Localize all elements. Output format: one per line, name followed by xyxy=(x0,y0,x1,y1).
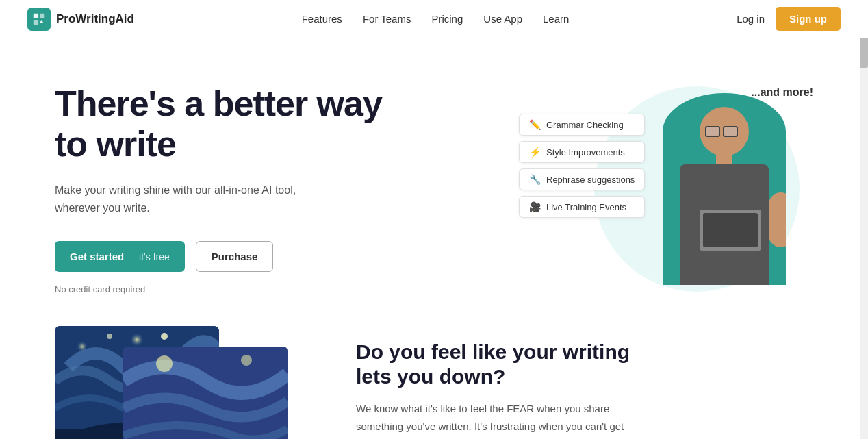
svg-point-4 xyxy=(77,341,88,352)
navbar: ProWritingAid Features For Teams Pricing… xyxy=(0,0,868,38)
svg-point-8 xyxy=(107,334,112,339)
hero-buttons: Get started— it's free Purchase xyxy=(55,241,383,272)
section2-image: My idea in my head xyxy=(55,326,301,439)
hero-section: There's a better way to write Make your … xyxy=(0,38,868,326)
get-started-button[interactable]: Get started— it's free xyxy=(55,241,185,272)
brand[interactable]: ProWritingAid xyxy=(27,8,134,31)
rephrase-label: Rephrase suggestions xyxy=(546,175,635,185)
style-icon: ⚡ xyxy=(529,147,541,158)
painting-composite: My idea in my head xyxy=(55,326,301,439)
svg-point-5 xyxy=(130,333,144,347)
feature-pill-grammar: ✏️ Grammar Checking xyxy=(519,114,645,136)
person-illustration xyxy=(656,93,793,285)
svg-rect-0 xyxy=(34,13,38,18)
training-icon: 🎥 xyxy=(529,201,541,212)
hero-illustration: ...and more! xyxy=(519,79,813,299)
feature-pill-style: ⚡ Style Improvements xyxy=(519,141,645,163)
nav-actions: Log in Sign up xyxy=(737,7,841,31)
brand-name: ProWritingAid xyxy=(56,12,134,26)
rephrase-icon: 🔧 xyxy=(529,174,541,185)
scrollbar-track[interactable] xyxy=(860,0,868,439)
person-arm-right xyxy=(769,192,786,247)
hero-left: There's a better way to write Make your … xyxy=(55,84,383,295)
grammar-label: Grammar Checking xyxy=(546,120,624,130)
nav-item-use-app[interactable]: Use App xyxy=(483,13,522,25)
feature-pills: ✏️ Grammar Checking ⚡ Style Improvements… xyxy=(519,114,645,218)
svg-rect-2 xyxy=(34,19,38,24)
logo-icon xyxy=(27,8,51,31)
starry-night-overlay xyxy=(123,347,288,439)
feature-pill-rephrase: 🔧 Rephrase suggestions xyxy=(519,168,645,190)
svg-rect-1 xyxy=(40,13,44,18)
nav-item-learn[interactable]: Learn xyxy=(543,13,569,25)
hero-title: There's a better way to write xyxy=(55,84,383,166)
nav-link-learn[interactable]: Learn xyxy=(543,13,569,25)
purchase-button[interactable]: Purchase xyxy=(196,241,274,272)
section2: My idea in my head Do you feel like your… xyxy=(0,326,868,439)
nav-link-features[interactable]: Features xyxy=(302,13,342,25)
grammar-icon: ✏️ xyxy=(529,119,541,130)
nav-links: Features For Teams Pricing Use App Learn xyxy=(302,13,570,25)
section2-body: We know what it's like to feel the FEAR … xyxy=(356,400,643,439)
signup-button[interactable]: Sign up xyxy=(776,7,841,31)
svg-point-12 xyxy=(156,355,173,372)
section2-title: Do you feel like your writing lets you d… xyxy=(356,340,643,389)
svg-point-13 xyxy=(241,355,252,366)
nav-item-for-teams[interactable]: For Teams xyxy=(363,13,411,25)
person-teal-bg xyxy=(663,93,786,285)
login-link[interactable]: Log in xyxy=(737,13,765,25)
person-laptop xyxy=(700,210,761,251)
hero-subtitle: Make your writing shine with our all-in-… xyxy=(55,181,329,216)
nav-item-pricing[interactable]: Pricing xyxy=(431,13,463,25)
no-credit-text: No credit card required xyxy=(55,284,383,294)
nav-item-features[interactable]: Features xyxy=(302,13,342,25)
nav-link-for-teams[interactable]: For Teams xyxy=(363,13,411,25)
nav-link-pricing[interactable]: Pricing xyxy=(431,13,463,25)
training-label: Live Training Events xyxy=(546,202,626,212)
nav-link-use-app[interactable]: Use App xyxy=(483,13,522,25)
section2-text: Do you feel like your writing lets you d… xyxy=(356,326,643,439)
feature-pill-training: 🎥 Live Training Events xyxy=(519,196,645,218)
person-head xyxy=(700,107,749,156)
svg-point-7 xyxy=(161,333,168,340)
style-label: Style Improvements xyxy=(546,147,625,158)
glasses xyxy=(705,126,741,137)
